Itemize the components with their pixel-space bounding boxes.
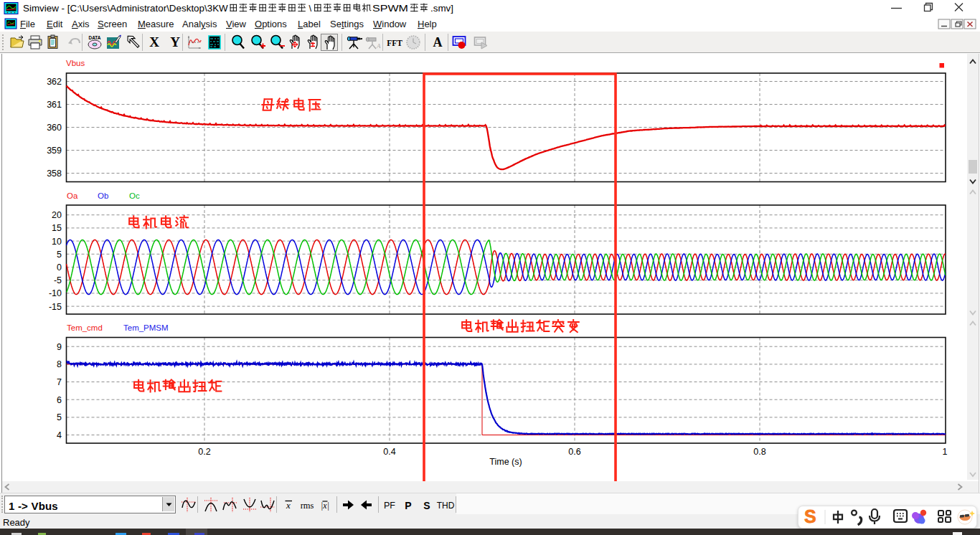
svg-text:PF: PF [384, 501, 395, 511]
svg-text:P: P [405, 500, 411, 511]
svg-text:rms: rms [301, 501, 314, 511]
svg-text:|x|: |x| [321, 501, 329, 511]
svg-text:S: S [804, 506, 816, 526]
svg-text:THD: THD [437, 501, 455, 511]
svg-text:S: S [423, 500, 430, 511]
svg-text:x: x [286, 500, 291, 511]
